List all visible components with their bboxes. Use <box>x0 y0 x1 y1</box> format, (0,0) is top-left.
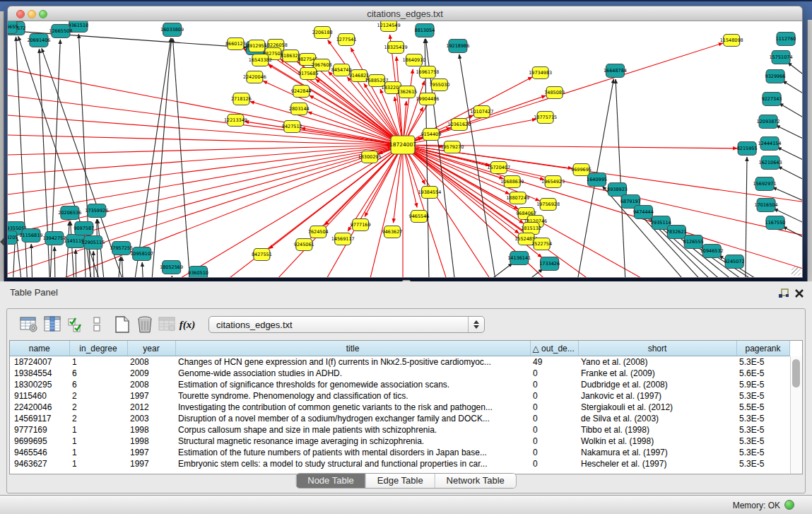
column-header-out_de[interactable]: △ out_de... <box>530 341 578 356</box>
table-cell[interactable]: 5.3E-5 <box>736 436 789 447</box>
table-cell[interactable]: Hescheler et al. (1997) <box>578 458 736 469</box>
citation-edge-black[interactable] <box>172 276 174 277</box>
citation-edge-black[interactable] <box>31 244 33 277</box>
table-row[interactable]: 969969511998Structural magnetic resonanc… <box>10 436 789 447</box>
table-cell[interactable]: 5.3E-5 <box>736 390 789 402</box>
citation-edge-black[interactable] <box>783 226 802 249</box>
table-cell[interactable]: 9465546 <box>10 447 69 458</box>
network-window-titlebar[interactable]: citations_edges.txt <box>7 6 803 21</box>
table-cell[interactable]: 2012 <box>127 402 175 413</box>
citation-edge-black[interactable] <box>616 79 627 277</box>
table-row[interactable]: 1938455462009Genome-wide association stu… <box>10 368 789 379</box>
table-scrollbar-thumb[interactable] <box>792 359 800 387</box>
column-header-in_degree[interactable]: in_degree <box>69 341 127 356</box>
table-cell[interactable]: Tibbo et al. (1998) <box>578 424 736 436</box>
table-cell[interactable]: 6 <box>69 368 127 379</box>
delete-column-button[interactable] <box>134 314 155 335</box>
table-cell[interactable]: 14569117 <box>10 413 69 424</box>
show-column-button[interactable] <box>42 314 64 335</box>
column-header-title[interactable]: title <box>175 341 530 356</box>
table-mode-button[interactable] <box>18 314 40 335</box>
citation-edge-red[interactable] <box>8 145 403 156</box>
column-header-pagerank[interactable]: pagerank <box>736 341 789 356</box>
table-row[interactable]: 2242004622012Investigating the contribut… <box>10 402 789 413</box>
table-cell[interactable]: Disruption of a novel member of a sodium… <box>175 413 530 424</box>
citation-edge-red[interactable] <box>360 145 403 277</box>
citation-edge-black[interactable] <box>54 247 56 277</box>
table-cell[interactable]: 18724007 <box>10 356 69 368</box>
table-cell[interactable]: Genome-wide association studies in ADHD. <box>175 368 530 379</box>
table-select-dropdown[interactable]: citations_edges.txt <box>208 316 485 333</box>
table-row[interactable]: 946554611997Estimation of the future num… <box>10 447 789 458</box>
table-cell[interactable]: 9115460 <box>10 390 69 402</box>
table-cell[interactable]: 0 <box>530 447 578 458</box>
table-cell[interactable]: Yano et al. (2008) <box>578 356 736 368</box>
function-builder-button[interactable]: f(x) <box>177 314 198 335</box>
select-all-columns-button[interactable] <box>65 314 86 335</box>
citation-edge-black[interactable] <box>142 262 144 277</box>
citation-edge-red[interactable] <box>351 47 403 145</box>
citation-edge-red[interactable] <box>394 145 403 223</box>
table-cell[interactable]: 0 <box>530 368 578 379</box>
table-cell[interactable]: 2008 <box>127 379 175 390</box>
column-header-year[interactable]: year <box>127 341 175 356</box>
table-cell[interactable]: 1997 <box>127 458 175 469</box>
table-cell[interactable]: Estimation of the future numbers of pati… <box>175 447 530 458</box>
column-header-name[interactable]: name <box>10 341 69 356</box>
table-cell[interactable]: 2 <box>69 390 127 402</box>
table-cell[interactable]: Nakamura et al. (1997) <box>578 447 736 458</box>
table-cell[interactable]: 9699695 <box>10 436 69 447</box>
citation-edge-black[interactable] <box>778 166 802 191</box>
table-row[interactable]: 911546021997Tourette syndrome. Phenomeno… <box>10 390 789 402</box>
citation-edge-black[interactable] <box>149 38 172 277</box>
table-cell[interactable]: 49 <box>530 356 578 368</box>
table-cell[interactable]: 2 <box>69 413 127 424</box>
table-cell[interactable]: 5.9E-5 <box>736 379 789 390</box>
table-cell[interactable]: 19384554 <box>10 368 69 379</box>
tab-network-table[interactable]: Network Table <box>435 474 516 488</box>
table-cell[interactable]: 1998 <box>127 424 175 436</box>
table-cell[interactable]: Estimation of significance thresholds fo… <box>175 379 530 390</box>
citation-edge-black[interactable] <box>122 257 124 277</box>
new-column-button[interactable] <box>112 314 133 335</box>
citation-edge-black[interactable] <box>777 147 802 171</box>
table-cell[interactable]: 1998 <box>127 436 175 447</box>
table-row[interactable]: 1872400712008Changes of HCN gene express… <box>10 356 789 368</box>
table-cell[interactable]: 5.3E-5 <box>736 447 789 458</box>
table-cell[interactable]: Wolkin et al. (1998) <box>578 436 736 447</box>
table-cell[interactable]: Embryonic stem cells: a model to study s… <box>175 458 530 469</box>
table-cell[interactable]: Jankovic et al. (1997) <box>578 390 736 402</box>
tab-edge-table[interactable]: Edge Table <box>365 474 435 488</box>
table-cell[interactable]: 0 <box>530 424 578 436</box>
table-cell[interactable]: 1997 <box>127 447 175 458</box>
table-cell[interactable]: 5.3E-5 <box>736 424 789 436</box>
citation-edge-black[interactable] <box>602 186 717 277</box>
table-cell[interactable]: 0 <box>530 413 578 424</box>
table-cell[interactable]: Changes of HCN gene expression and I(f) … <box>175 356 530 368</box>
table-scrollbar[interactable] <box>790 356 802 474</box>
float-panel-icon[interactable] <box>778 288 789 299</box>
table-cell[interactable]: 6 <box>69 379 127 390</box>
table-cell[interactable]: 2 <box>69 402 127 413</box>
table-cell[interactable]: 0 <box>530 379 578 390</box>
table-cell[interactable]: 2008 <box>127 356 175 368</box>
table-cell[interactable]: 5.3E-5 <box>736 458 789 469</box>
table-cell[interactable]: 1 <box>69 458 127 469</box>
close-panel-icon[interactable] <box>794 288 805 299</box>
table-cell[interactable]: 0 <box>530 390 578 402</box>
table-cell[interactable]: Corpus callosum shape and size in male p… <box>175 424 530 436</box>
table-row[interactable]: 946362711997Embryonic stem cells: a mode… <box>10 458 789 469</box>
table-cell[interactable]: 5.5E-5 <box>736 402 789 413</box>
table-cell[interactable]: 2009 <box>127 368 175 379</box>
citation-edge-black[interactable] <box>745 157 747 277</box>
table-cell[interactable]: 9463627 <box>10 458 69 469</box>
column-header-short[interactable]: short <box>578 341 736 356</box>
citation-edge-red[interactable] <box>304 145 403 277</box>
unselect-all-columns-button[interactable] <box>86 314 107 335</box>
table-cell[interactable]: 9777169 <box>10 424 69 436</box>
citation-edge-black[interactable] <box>470 269 543 277</box>
citation-edge-black[interactable] <box>779 103 802 131</box>
table-cell[interactable]: 0 <box>530 436 578 447</box>
table-row[interactable]: 1456911722003Disruption of a novel membe… <box>10 413 789 424</box>
table-cell[interactable]: 1997 <box>127 390 175 402</box>
